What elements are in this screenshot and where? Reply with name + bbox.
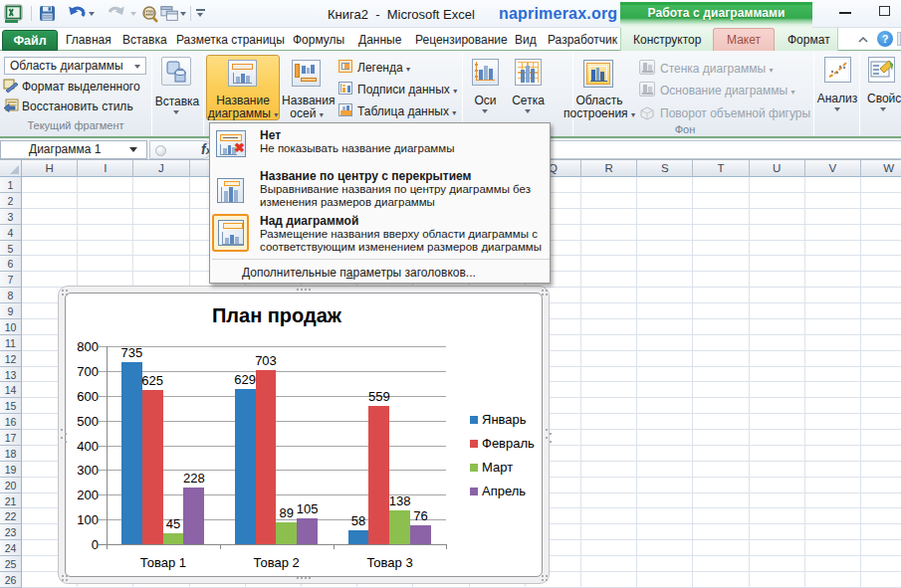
svg-text:100: 100 xyxy=(145,11,153,16)
